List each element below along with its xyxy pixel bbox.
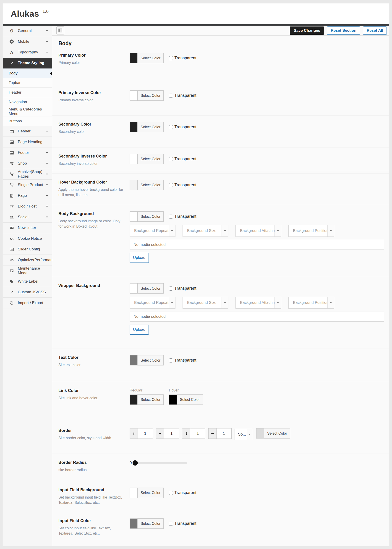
transparent-checkbox[interactable] <box>169 491 173 495</box>
transparent-option[interactable]: Transparent <box>169 283 196 294</box>
sidebar-item-footer[interactable]: Footer <box>3 148 52 158</box>
upload-button[interactable]: Upload <box>130 325 149 335</box>
background-background-repeat-select[interactable]: Background Repeat <box>130 297 175 309</box>
background-background-position-select[interactable]: Background Position <box>288 225 334 237</box>
background-background-repeat-select[interactable]: Background Repeat <box>130 225 175 237</box>
sidebar-item-import-export[interactable]: Import / Export <box>3 298 52 308</box>
save-changes-button[interactable]: Save Changes <box>290 27 324 35</box>
background-background-attachm-select[interactable]: Background Attachm... <box>236 297 281 309</box>
primary-color-select-color-button[interactable]: Select Color <box>130 53 164 63</box>
transparent-label: Transparent <box>174 214 196 219</box>
transparent-option[interactable]: Transparent <box>169 518 196 529</box>
chevron-down-icon <box>46 172 48 175</box>
input-field-background-select-color-button[interactable]: Select Color <box>130 488 164 498</box>
regular-select-color-button[interactable]: Select Color <box>130 394 164 405</box>
background-background-size-select[interactable]: Background Size <box>182 297 228 309</box>
reset-section-button[interactable]: Reset Section <box>327 27 360 35</box>
transparent-option[interactable]: Transparent <box>169 122 196 132</box>
sidebar-item-general[interactable]: ⚙General <box>3 26 52 36</box>
transparent-checkbox[interactable] <box>169 56 173 60</box>
sidebar-item-single-product[interactable]: Single Product <box>3 180 52 190</box>
sidebar-item-mobile[interactable]: Mobile <box>3 36 52 47</box>
setting-title: Border Radius <box>58 460 125 465</box>
text-color-select-color-button[interactable]: Select Color <box>130 355 164 366</box>
secondary-inverse-color-select-color-button[interactable]: Select Color <box>130 154 164 164</box>
transparent-option[interactable]: Transparent <box>169 488 196 498</box>
sidebar-item-maintenance-mode[interactable]: Maintenance Mode <box>3 266 52 276</box>
transparent-checkbox[interactable] <box>169 522 173 526</box>
transparent-checkbox[interactable] <box>169 183 173 187</box>
dropdown-arrow-icon <box>247 429 252 440</box>
sidebar-item-page[interactable]: Page <box>3 190 52 201</box>
sidebar-subitem-menu-categories-menu[interactable]: Menu & Categories Menu <box>3 107 52 116</box>
border-top-width-input[interactable]: 1 <box>138 428 153 439</box>
chevron-down-icon <box>46 183 48 186</box>
media-input[interactable] <box>130 312 384 322</box>
transparent-checkbox[interactable] <box>169 215 173 219</box>
background-background-size-select[interactable]: Background Size <box>182 225 228 237</box>
slider-handle[interactable] <box>133 460 138 466</box>
sidebar-item-newsletter[interactable]: Newsletter <box>3 223 52 233</box>
settings-row-primary-inverse-color: Primary Inverse ColorPrimary inverse col… <box>52 84 389 115</box>
upload-button[interactable]: Upload <box>130 253 149 263</box>
setting-controls: Select ColorTransparent <box>130 122 385 143</box>
settings-row-hover-background-color: Hover Background ColorApply theme hover … <box>52 174 389 205</box>
sidebar-item-label: General <box>18 28 31 33</box>
media-input[interactable] <box>130 240 384 250</box>
background-background-attachm-select[interactable]: Background Attachm... <box>236 225 281 237</box>
setting-controls: Select ColorTransparentBackground Repeat… <box>130 211 385 272</box>
page-heading-icon <box>9 140 14 144</box>
setting-description: Primary inverse color <box>58 98 125 103</box>
setting-description: Site link and hover color. <box>58 395 125 401</box>
sidebar-item-page-heading[interactable]: Page Heading <box>3 137 52 148</box>
layout-panel-icon <box>58 28 63 33</box>
sidebar-item-blog-post[interactable]: Blog / Post <box>3 201 52 212</box>
border-select-color-button[interactable]: Select Color <box>256 428 290 438</box>
transparent-option[interactable]: Transparent <box>169 154 196 164</box>
transparent-checkbox[interactable] <box>169 125 173 129</box>
sidebar-item-header[interactable]: Header <box>3 126 52 137</box>
setting-description: site border radius. <box>58 467 125 472</box>
sidebar-item-white-label[interactable]: White Label <box>3 276 52 287</box>
primary-inverse-color-select-color-button[interactable]: Select Color <box>130 90 164 101</box>
sidebar-item-theme-styling[interactable]: Theme Styling <box>3 58 52 69</box>
transparent-checkbox[interactable] <box>169 287 173 291</box>
sidebar-item-typography[interactable]: ATypography <box>3 47 52 58</box>
transparent-option[interactable]: Transparent <box>169 211 196 222</box>
chevron-down-icon <box>46 162 48 164</box>
sidebar-subitem-header[interactable]: Header <box>3 88 52 97</box>
sidebar-item-shop[interactable]: Shop <box>3 158 52 169</box>
hover-background-color-select-color-button[interactable]: Select Color <box>130 180 164 190</box>
border-bottom-width-input[interactable]: 1 <box>190 428 205 439</box>
transparent-option[interactable]: Transparent <box>169 53 196 63</box>
border-right-width-input[interactable]: 1 <box>164 428 179 439</box>
wrapper-background-select-color-button[interactable]: Select Color <box>130 283 164 294</box>
border-radius-slider[interactable] <box>133 462 187 464</box>
transparent-option[interactable]: Transparent <box>169 90 196 101</box>
sidebar-subitem-topbar[interactable]: Topbar <box>3 78 52 88</box>
sidebar-item-archive-shop-pages[interactable]: Archive(Shop) Pages <box>3 169 52 180</box>
transparent-checkbox[interactable] <box>169 94 173 98</box>
transparent-checkbox[interactable] <box>169 358 173 363</box>
secondary-color-select-color-button[interactable]: Select Color <box>130 122 164 132</box>
input-field-color-select-color-button[interactable]: Select Color <box>130 518 164 529</box>
sidebar-item-cookie-notice[interactable]: Cookie Notice <box>3 233 52 244</box>
sidebar-subitem-buttons[interactable]: Buttons <box>3 116 52 126</box>
transparent-option[interactable]: Transparent <box>169 355 196 366</box>
transparent-checkbox[interactable] <box>169 157 173 161</box>
border-style-select[interactable]: So... <box>235 429 252 440</box>
sidebar-subitem-navigation[interactable]: Navigation <box>3 97 52 107</box>
reset-all-button[interactable]: Reset All <box>363 27 387 35</box>
sidebar-item-optimize-performance[interactable]: Optimize(Performance) <box>3 255 52 266</box>
sidebar-subitem-body[interactable]: Body <box>3 69 52 78</box>
background-background-position-select[interactable]: Background Position <box>288 297 334 309</box>
hover-select-color-button[interactable]: Select Color <box>169 394 203 405</box>
border-left-width-input[interactable]: 1 <box>217 428 231 439</box>
layout-toggle-button[interactable] <box>56 27 64 35</box>
body-background-select-color-button[interactable]: Select Color <box>130 211 164 222</box>
sidebar-item-social[interactable]: Social <box>3 212 52 223</box>
transparent-label: Transparent <box>174 521 196 526</box>
transparent-option[interactable]: Transparent <box>169 180 196 190</box>
sidebar-item-slider-config[interactable]: Slider Config <box>3 244 52 255</box>
sidebar-item-custom-js-css[interactable]: Custom JS/CSS <box>3 287 52 298</box>
